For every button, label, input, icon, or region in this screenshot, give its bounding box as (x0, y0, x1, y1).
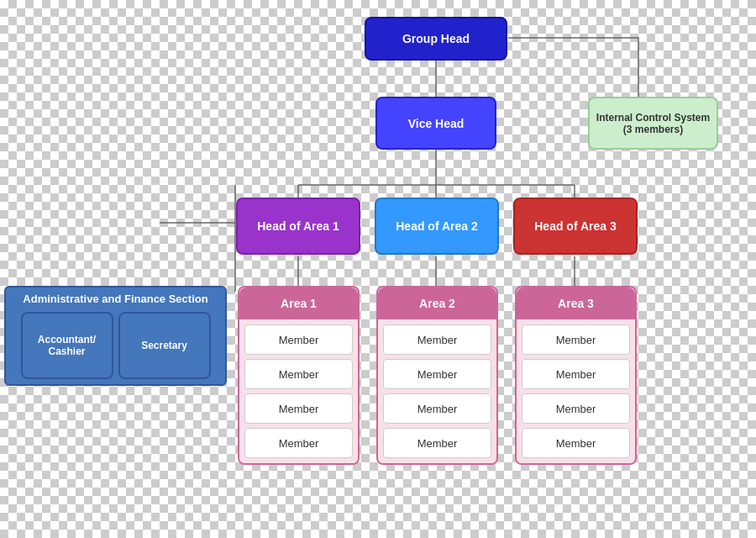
area2-member1: Member (383, 324, 491, 355)
area1-column: Area 1 Member Member Member Member (238, 286, 360, 465)
area2-header: Area 2 (378, 287, 496, 319)
admin-finance-label: Administrative and Finance Section (11, 293, 220, 305)
area3-column: Area 3 Member Member Member Member (515, 286, 637, 465)
group-head-node: Group Head (365, 17, 507, 61)
head-area3-node: Head of Area 3 (513, 198, 638, 255)
area3-member3: Member (522, 393, 630, 424)
area2-column: Area 2 Member Member Member Member (376, 286, 498, 465)
accountant-node: Accountant/ Cashier (21, 312, 113, 379)
area2-member2: Member (383, 359, 491, 389)
area2-member4: Member (383, 428, 491, 458)
area3-member4: Member (522, 428, 630, 458)
head-area2-node: Head of Area 2 (375, 198, 499, 255)
area3-member2: Member (522, 359, 630, 389)
area3-header: Area 3 (517, 287, 635, 319)
head-area1-node: Head of Area 1 (236, 198, 360, 255)
internal-control-node: Internal Control System (3 members) (588, 97, 718, 150)
area3-member1: Member (522, 324, 630, 355)
area1-member1: Member (244, 324, 353, 355)
area1-member2: Member (244, 359, 353, 389)
secretary-node: Secretary (118, 312, 211, 379)
area1-header: Area 1 (239, 287, 358, 319)
admin-finance-section: Administrative and Finance Section Accou… (4, 286, 227, 386)
area1-member4: Member (244, 428, 353, 458)
org-chart: Group Head Internal Control System (3 me… (0, 8, 756, 538)
area2-member3: Member (383, 393, 491, 424)
vice-head-node: Vice Head (375, 97, 496, 150)
area1-member3: Member (244, 393, 353, 424)
